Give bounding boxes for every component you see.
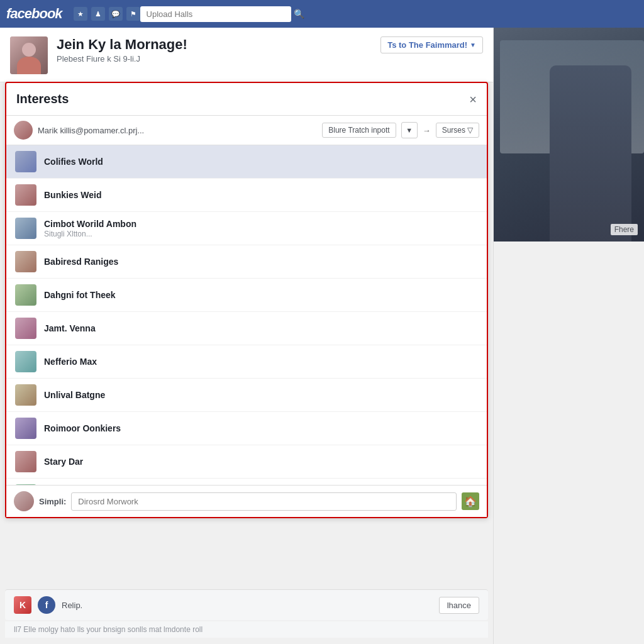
list-item[interactable]: Stary Dar — [6, 445, 487, 479]
surses-label: Surses — [442, 126, 465, 135]
list-item-info: Colifies World — [44, 157, 478, 167]
list-item-avatar — [15, 418, 36, 439]
dirosrd-input[interactable] — [71, 492, 457, 511]
list-item-info: Babiresd Raniges — [44, 257, 478, 267]
list-item-info: Stary Dar — [44, 457, 478, 467]
list-item[interactable]: Babiresd Raniges — [6, 245, 487, 279]
list-item-avatar — [15, 318, 36, 339]
person-body — [550, 65, 631, 242]
list-item[interactable]: Nefferio Max — [6, 345, 487, 379]
star-icon[interactable]: ★ — [74, 7, 87, 21]
list-item[interactable]: Bunkies Weid — [6, 179, 487, 212]
search-icon[interactable]: 🔍 — [294, 9, 304, 19]
list-item[interactable]: Colifies World — [6, 145, 487, 179]
surses-button[interactable]: Surses ▽ — [436, 123, 479, 138]
sidebar-photo: Fhere — [494, 28, 644, 242]
footer-bar: K f Relip. lhance — [5, 589, 488, 620]
close-icon[interactable]: × — [469, 93, 477, 106]
topbar: facebook ★ ♟ 💬 ⚑ 🔍 — [0, 0, 644, 28]
bottom-avatar — [14, 491, 34, 511]
profile-action-button[interactable]: Ts to The Faimmard! ▼ — [380, 36, 483, 53]
flag-icon[interactable]: ⚑ — [126, 7, 140, 21]
action-dropdown-arrow: ▼ — [470, 42, 476, 48]
fhere-label: Fhere — [611, 224, 638, 235]
list-item-info: Nefferio Max — [44, 357, 478, 367]
speech-icon[interactable]: 💬 — [109, 7, 123, 21]
list-item[interactable]: Unlival Batgne — [6, 379, 487, 412]
list-item-info: Unlival Batgne — [44, 390, 478, 400]
list-item-name: Colifies World — [44, 157, 478, 167]
list-item[interactable]: Roimoor Oonkiers — [6, 412, 487, 445]
k-icon: K — [14, 596, 31, 614]
list-item-avatar — [15, 484, 36, 485]
surses-dropdown-arrow: ▽ — [467, 126, 473, 135]
list-item-info: Roimoor Oonkiers — [44, 423, 478, 433]
list-item[interactable]: Cimbot Worild AmbonSitugli Xltton... — [6, 212, 487, 245]
right-sidebar: Fhere — [493, 28, 644, 644]
list-item-name: Unlival Batgne — [44, 390, 478, 400]
interests-title: Interests — [16, 92, 69, 106]
list-item-name: Roimoor Oonkiers — [44, 423, 478, 433]
profile-action: Ts to The Faimmard! ▼ — [380, 36, 483, 53]
list-item-avatar — [15, 284, 36, 306]
list-item-avatar — [15, 251, 36, 272]
list-item[interactable]: Earm Djlol — [6, 479, 487, 485]
profile-name: Jein Ky la Mornage! — [57, 36, 372, 53]
lhance-button[interactable]: lhance — [439, 597, 479, 614]
list-item[interactable]: Jamt. Venna — [6, 312, 487, 345]
profile-info: Jein Ky la Mornage! Plebest Fiure k Si 9… — [57, 36, 372, 64]
list-item[interactable]: Dahgni fot Theek — [6, 279, 487, 312]
list-container: Colifies WorldBunkies WeidCimbot Worild … — [6, 145, 487, 485]
contact-mini-avatar — [14, 121, 33, 140]
list-item-name: Bunkies Weid — [44, 190, 478, 200]
topbar-nav-icons: ★ ♟ 💬 ⚑ — [74, 7, 140, 21]
profile-subtitle: Plebest Fiure k Si 9-li.J — [57, 54, 372, 64]
avatar-image — [10, 36, 48, 74]
list-item-avatar — [15, 384, 36, 406]
facebook-small-icon: f — [38, 596, 55, 614]
list-item-info: Bunkies Weid — [44, 190, 478, 200]
profile-header: Jein Ky la Mornage! Plebest Fiure k Si 9… — [0, 28, 493, 82]
contact-mini-name: Marik killis@pomamer.cl.prj... — [38, 126, 317, 135]
footer-text: Relip. — [62, 601, 433, 610]
list-item-avatar — [15, 151, 36, 172]
list-item-avatar — [15, 351, 36, 372]
arrow-separator: → — [423, 126, 431, 135]
list-item-name: Dahgni fot Theek — [44, 290, 478, 300]
person-icon[interactable]: ♟ — [91, 7, 105, 21]
bottom-input-row: Simpli: 🏠 — [6, 485, 487, 517]
simpli-label: Simpli: — [39, 497, 66, 506]
list-item-name: Babiresd Raniges — [44, 257, 478, 267]
main-content: Jein Ky la Mornage! Plebest Fiure k Si 9… — [0, 28, 644, 644]
home-icon[interactable]: 🏠 — [462, 492, 479, 510]
facebook-logo: facebook — [6, 6, 62, 22]
list-item-sub: Situgli Xltton... — [44, 230, 478, 238]
center-area: Jein Ky la Mornage! Plebest Fiure k Si 9… — [0, 28, 493, 644]
list-item-avatar — [15, 451, 36, 472]
list-item-name: Stary Dar — [44, 457, 478, 467]
search-input[interactable] — [140, 6, 291, 22]
list-item-name: Jamt. Venna — [44, 323, 478, 333]
list-item-avatar — [15, 218, 36, 239]
contacts-bar: Marik killis@pomamer.cl.prj... Blure Tra… — [6, 116, 487, 145]
list-item-name: Cimbot Worild Ambon — [44, 219, 478, 229]
list-item-avatar — [15, 184, 36, 206]
blure-tratch-button[interactable]: Blure Tratch inpott — [322, 123, 396, 138]
profile-avatar — [10, 36, 48, 74]
footer-bottom-text: ll7 Elle molgy hato lls your bnsign sonl… — [5, 621, 488, 638]
list-item-name: Nefferio Max — [44, 357, 478, 367]
list-item-info: Jamt. Venna — [44, 323, 478, 333]
profile-action-label: Ts to The Faimmard! — [387, 40, 467, 50]
list-item-info: Cimbot Worild AmbonSitugli Xltton... — [44, 219, 478, 238]
list-item-info: Dahgni fot Theek — [44, 290, 478, 300]
interests-modal: Interests × Marik killis@pomamer.cl.prj.… — [5, 82, 488, 518]
contacts-dropdown-arrow[interactable]: ▼ — [401, 122, 418, 138]
interests-header: Interests × — [6, 83, 487, 116]
